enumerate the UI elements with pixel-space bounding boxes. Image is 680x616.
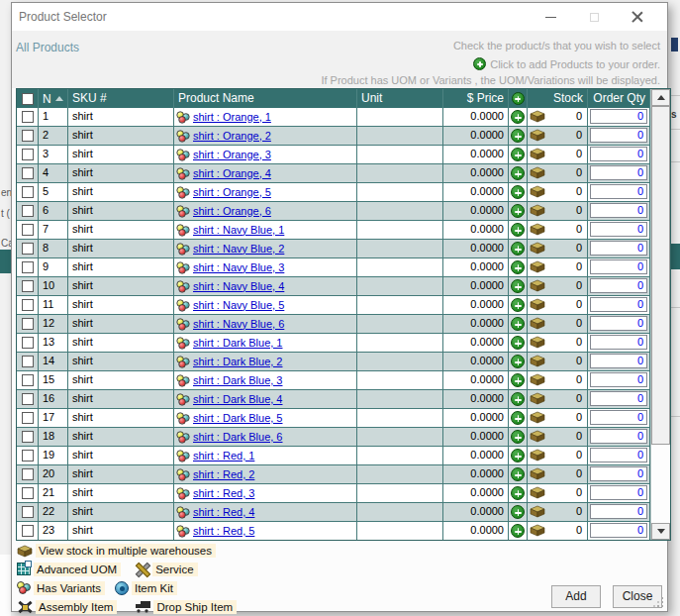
- order-qty-input[interactable]: 0: [590, 203, 647, 218]
- add-product-button[interactable]: [511, 279, 525, 293]
- warehouse-stock-icon[interactable]: [530, 355, 545, 367]
- row-checkbox[interactable]: [22, 205, 34, 217]
- warehouse-stock-icon[interactable]: [530, 336, 545, 349]
- product-link[interactable]: shirt : Dark Blue, 5: [193, 410, 282, 427]
- add-product-button[interactable]: [511, 449, 525, 462]
- warehouse-stock-icon[interactable]: [530, 524, 545, 537]
- column-header-sku[interactable]: SKU #: [68, 89, 174, 108]
- row-checkbox[interactable]: [22, 186, 34, 198]
- row-checkbox[interactable]: [22, 243, 34, 255]
- warehouse-stock-icon[interactable]: [530, 392, 545, 405]
- product-link[interactable]: shirt : Orange, 2: [193, 128, 271, 145]
- product-link[interactable]: shirt : Dark Blue, 1: [193, 335, 282, 352]
- order-qty-input[interactable]: 0: [590, 466, 647, 481]
- product-link[interactable]: shirt : Red, 1: [193, 448, 254, 464]
- warehouse-stock-icon[interactable]: [530, 204, 545, 217]
- product-link[interactable]: shirt : Orange, 4: [193, 165, 271, 182]
- add-product-button[interactable]: [511, 486, 525, 500]
- resize-grip[interactable]: [652, 596, 664, 608]
- add-product-button[interactable]: [511, 110, 525, 124]
- order-qty-input[interactable]: 0: [590, 523, 647, 538]
- add-product-button[interactable]: [511, 505, 525, 519]
- add-button[interactable]: Add: [551, 585, 601, 608]
- warehouse-stock-icon[interactable]: [530, 430, 545, 443]
- order-qty-input[interactable]: 0: [590, 109, 647, 124]
- warehouse-stock-icon[interactable]: [530, 279, 545, 292]
- add-product-button[interactable]: [511, 467, 525, 481]
- add-product-button[interactable]: [511, 392, 525, 406]
- warehouse-stock-icon[interactable]: [530, 148, 545, 160]
- column-header-product-name[interactable]: Product Name: [174, 89, 357, 108]
- product-link[interactable]: shirt : Dark Blue, 6: [193, 429, 282, 446]
- row-checkbox[interactable]: [22, 111, 34, 123]
- column-header-order-qty[interactable]: Order Qty: [588, 89, 650, 108]
- warehouse-stock-icon[interactable]: [530, 298, 545, 311]
- product-link[interactable]: shirt : Dark Blue, 3: [193, 372, 282, 389]
- warehouse-stock-icon[interactable]: [530, 449, 545, 462]
- product-link[interactable]: shirt : Dark Blue, 4: [193, 391, 282, 408]
- warehouse-stock-icon[interactable]: [530, 373, 545, 386]
- warehouse-stock-icon[interactable]: [530, 110, 545, 123]
- warehouse-stock-icon[interactable]: [530, 317, 545, 330]
- warehouse-stock-icon[interactable]: [530, 467, 545, 480]
- row-checkbox[interactable]: [22, 280, 34, 292]
- order-qty-input[interactable]: 0: [590, 391, 647, 406]
- vertical-scrollbar[interactable]: [650, 89, 670, 540]
- product-link[interactable]: shirt : Red, 4: [193, 504, 254, 521]
- add-product-button[interactable]: [511, 242, 525, 256]
- scroll-down-button[interactable]: [651, 523, 670, 540]
- scroll-up-button[interactable]: [651, 89, 670, 106]
- add-product-button[interactable]: [511, 430, 525, 444]
- row-checkbox[interactable]: [22, 167, 34, 179]
- order-qty-input[interactable]: 0: [590, 504, 647, 519]
- add-product-button[interactable]: [511, 373, 525, 387]
- product-link[interactable]: shirt : Navy Blue, 4: [193, 278, 284, 295]
- column-header-stock[interactable]: Stock: [528, 89, 588, 108]
- add-product-button[interactable]: [511, 148, 525, 161]
- warehouse-stock-icon[interactable]: [530, 411, 545, 424]
- product-link[interactable]: shirt : Navy Blue, 3: [193, 259, 284, 276]
- add-product-button[interactable]: [511, 317, 525, 331]
- product-link[interactable]: shirt : Red, 3: [193, 485, 254, 502]
- row-checkbox[interactable]: [22, 525, 34, 537]
- row-checkbox[interactable]: [22, 337, 34, 349]
- column-header-price[interactable]: $ Price: [443, 89, 509, 108]
- order-qty-input[interactable]: 0: [590, 259, 647, 274]
- row-checkbox[interactable]: [22, 393, 34, 405]
- add-product-button[interactable]: [511, 298, 525, 312]
- row-checkbox[interactable]: [22, 261, 34, 273]
- row-checkbox[interactable]: [22, 487, 34, 499]
- product-link[interactable]: shirt : Orange, 6: [193, 203, 271, 220]
- column-header-unit[interactable]: Unit: [357, 89, 443, 108]
- row-checkbox[interactable]: [22, 450, 34, 462]
- order-qty-input[interactable]: 0: [590, 222, 647, 237]
- row-checkbox[interactable]: [22, 356, 34, 367]
- row-checkbox[interactable]: [22, 374, 34, 386]
- warehouse-stock-icon[interactable]: [530, 260, 545, 273]
- product-link[interactable]: shirt : Navy Blue, 6: [193, 316, 284, 333]
- warehouse-stock-icon[interactable]: [530, 242, 545, 255]
- warehouse-stock-icon[interactable]: [530, 486, 545, 499]
- product-link[interactable]: shirt : Red, 2: [193, 466, 254, 483]
- add-product-button[interactable]: [511, 411, 525, 425]
- product-link[interactable]: shirt : Red, 5: [193, 523, 254, 540]
- row-checkbox[interactable]: [22, 299, 34, 311]
- select-all-checkbox[interactable]: [22, 93, 34, 105]
- add-product-button[interactable]: [511, 524, 525, 538]
- order-qty-input[interactable]: 0: [590, 128, 647, 143]
- add-product-button[interactable]: [511, 260, 525, 274]
- order-qty-input[interactable]: 0: [590, 354, 647, 368]
- product-link[interactable]: shirt : Orange, 5: [193, 184, 271, 201]
- add-product-button[interactable]: [511, 336, 525, 350]
- minimize-button[interactable]: [529, 4, 572, 30]
- warehouse-stock-icon[interactable]: [530, 505, 545, 518]
- order-qty-input[interactable]: 0: [590, 485, 647, 500]
- row-checkbox[interactable]: [22, 412, 34, 424]
- scrollbar-thumb[interactable]: [651, 106, 670, 445]
- warehouse-stock-icon[interactable]: [530, 223, 545, 236]
- order-qty-input[interactable]: 0: [590, 147, 647, 161]
- product-link[interactable]: shirt : Dark Blue, 2: [193, 354, 282, 370]
- row-checkbox[interactable]: [22, 431, 34, 443]
- warehouse-stock-icon[interactable]: [530, 129, 545, 142]
- order-qty-input[interactable]: 0: [590, 184, 647, 199]
